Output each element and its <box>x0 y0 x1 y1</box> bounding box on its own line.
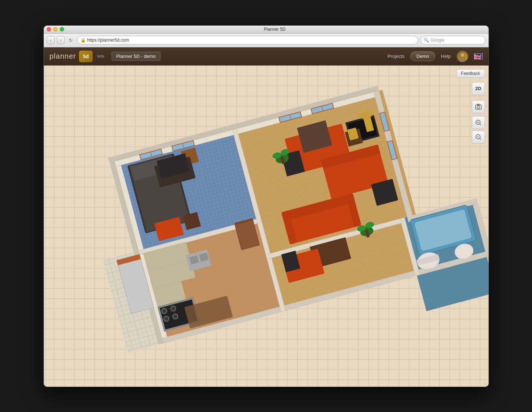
main-content: Feedback 2D <box>44 65 489 387</box>
url-text: https://planner5d.com <box>87 38 129 43</box>
project-name[interactable]: Planner 5D - demo <box>112 52 160 61</box>
window-title: Planner 5D <box>64 27 486 32</box>
svg-point-1 <box>459 57 466 61</box>
title-bar: Planner 5D <box>44 26 489 34</box>
search-icon: 🔍 <box>424 38 429 43</box>
logo-area: planner 5d beta <box>50 51 104 62</box>
browser-window: Planner 5D ‹ › ↻ 🔒 https://planner5d.com… <box>43 25 489 387</box>
floorplan-svg <box>44 65 489 387</box>
svg-point-0 <box>461 53 464 57</box>
app-header: planner 5d beta Planner 5D - demo Projec… <box>44 47 489 65</box>
back-button[interactable]: ‹ <box>47 36 55 44</box>
traffic-lights <box>47 27 64 31</box>
logo-text: planner <box>50 52 76 60</box>
logo-badge: 5d <box>79 51 93 62</box>
header-nav: Projects Demo Help <box>388 51 482 62</box>
lock-icon: 🔒 <box>80 38 86 43</box>
logo-5d: 5d <box>83 54 89 59</box>
maximize-button[interactable] <box>60 27 64 31</box>
help-link[interactable]: Help <box>441 54 451 59</box>
search-bar[interactable]: 🔍 Google <box>420 36 486 44</box>
demo-button[interactable]: Demo <box>410 51 435 61</box>
user-avatar[interactable] <box>457 51 468 62</box>
close-button[interactable] <box>47 27 51 31</box>
refresh-button[interactable]: ↻ <box>67 36 75 44</box>
canvas-area[interactable]: Feedback 2D <box>44 65 489 387</box>
resize-handle[interactable]: ↘ <box>483 382 488 386</box>
browser-toolbar: ‹ › ↻ 🔒 https://planner5d.com 🔍 Google <box>44 34 489 47</box>
language-flag[interactable] <box>474 54 483 59</box>
minimize-button[interactable] <box>53 27 58 31</box>
forward-button[interactable]: › <box>57 36 65 44</box>
address-bar[interactable]: 🔒 https://planner5d.com <box>77 36 418 44</box>
projects-link[interactable]: Projects <box>388 54 405 59</box>
search-placeholder: Google <box>431 38 445 43</box>
beta-label: beta <box>97 54 104 58</box>
